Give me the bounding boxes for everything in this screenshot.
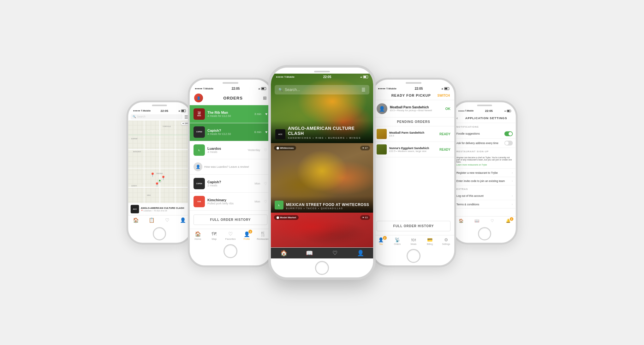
user-avatar-phone2: 👤 <box>194 94 203 102</box>
nav-heart-phone5[interactable]: ♡ <box>485 217 500 225</box>
speaker-phone3 <box>314 71 330 72</box>
nav-settings-phone4[interactable]: ⚙ Settings <box>438 235 454 246</box>
settings-header: ‹ APPLICATION SETTINGS <box>453 113 516 123</box>
phone-map: ●●●●● T-Mobile 22:05 ▲ 🔍 Search ☰ <box>127 100 193 245</box>
back-button[interactable]: ‹ <box>456 116 458 120</box>
nav-home-phone3[interactable]: 🏠 <box>271 248 296 258</box>
mexican-heart: ♥87 <box>360 146 370 150</box>
invite-code-item[interactable]: Enter invite code to join an existing te… <box>453 177 516 185</box>
nav-home-phone1[interactable]: 🏠 <box>128 215 144 225</box>
luardos-time: Yesterday <box>247 148 260 152</box>
nav-fav-phone2[interactable]: ♡ Favorites <box>222 229 239 242</box>
nav-profile-phone3[interactable]: 👤 <box>348 248 373 258</box>
carrier-phone3: ●●●●● T-Mobile <box>276 76 295 78</box>
time-phone1: 22:05 <box>160 109 168 112</box>
nav-list-phone1[interactable]: 📋 <box>144 215 159 225</box>
speaker-phone4 <box>406 82 421 84</box>
map-label-dupont: DUPONT <box>131 138 138 140</box>
model-badge: Model Market <box>274 215 299 220</box>
nav-billing-phone4[interactable]: 💳 Billing <box>422 235 438 246</box>
foodie-toggle[interactable] <box>504 131 513 136</box>
nav-fav-phone1[interactable]: ♡ <box>159 215 175 225</box>
switch-button[interactable]: SWITCH <box>438 94 450 97</box>
pending-name-1: Meatball Parm Sandwhich <box>389 131 424 134</box>
pending-price-1: £9.5 <box>389 134 424 137</box>
nav-bell-phone5[interactable]: 2 🔔 <box>500 217 516 225</box>
orders-menu-icon[interactable]: ⊞ <box>263 95 267 100</box>
foodie-label: Foodie suggestions <box>456 132 480 136</box>
pickup-order-item: 👤 Meatball Parm Sandwhich £9.5 • Ready f… <box>373 100 454 118</box>
carrier-phone2: ●●●●● T-Mobile <box>195 87 213 90</box>
luardos-heart[interactable]: ♡ <box>264 148 267 152</box>
review-avatar: 👤 <box>194 162 202 171</box>
time-phone4: 22:05 <box>415 87 423 90</box>
carrier-phone1: ●●●●● T-Mobile <box>133 110 151 112</box>
nav-heart-phone3[interactable]: ♡ <box>322 248 348 258</box>
icons-phone2: ▲ <box>258 87 266 90</box>
nav-orders-phone4[interactable]: 📡 Orders <box>389 235 406 246</box>
home-button-phone1[interactable] <box>153 227 166 240</box>
ready-btn-2[interactable]: READY <box>439 148 450 151</box>
delivery-toggle[interactable] <box>504 141 513 145</box>
mexican-title: MEXICAN STREET FOOD AT WHITECROSS <box>286 203 369 207</box>
feed-card-mexican[interactable]: Whitecross ♥87 L MEXICAN STREET FOOD AT … <box>271 143 373 213</box>
orders-header: 👤 ORDERS ⊞ <box>190 91 271 105</box>
logout-item[interactable]: Log out of this account › <box>453 192 516 200</box>
capish1-logo: CAPISH <box>194 126 205 138</box>
orders-title: ORDERS <box>203 96 263 100</box>
nav-book-phone3[interactable]: 📖 <box>296 248 322 258</box>
nav-map-phone2[interactable]: 🗺 Map <box>206 229 223 242</box>
order-item-capish1[interactable]: CAPISH Capish? 4 meals for £12.50 6 min … <box>190 123 271 141</box>
search-bar-overlay: 🔍 Search... ☰ <box>271 85 373 94</box>
list-icon-phone3[interactable]: ☰ <box>361 87 366 92</box>
order-item-kimchinary[interactable]: KIM Kimchinary Pulled pork belly ribs Mo… <box>190 193 271 211</box>
settings-row-foodie: Foodie suggestions <box>453 129 516 138</box>
capish1-heart[interactable]: ♥ <box>265 130 267 134</box>
phone-orders: ●●●●● T-Mobile 22:05 ▲ 👤 ORDERS ⊞ THERIB… <box>188 78 273 267</box>
terms-item[interactable]: Terms & conditions › <box>453 200 516 209</box>
ribman-heart[interactable]: ♥ <box>265 112 267 116</box>
order-item-ribman[interactable]: THERIBMAN The Rib Man 4 meals for £12.50… <box>190 105 271 123</box>
nav-meals-phone4[interactable]: 🍽 Meals <box>405 235 422 246</box>
home-button-phone3[interactable] <box>315 261 329 275</box>
order-item-luardos[interactable]: L Luardos 4 meals Yesterday ♡ <box>190 141 271 159</box>
map-card-sub: 📍 Lewisham • Fri-Sun 16 to 20 <box>141 209 184 212</box>
search-placeholder-phone3: Search... <box>285 88 300 92</box>
order-item-capish2[interactable]: CAPISH Capish? 2 meals Mon ♡ <box>190 175 271 193</box>
capish2-name: Capish? <box>207 180 252 184</box>
pin-3: 📍 <box>154 182 159 187</box>
speaker <box>152 105 167 106</box>
nav-profile-phone2[interactable]: 2 👤 Profile <box>239 229 255 242</box>
feed-card-model[interactable]: Model Market ♥63 <box>271 213 373 247</box>
bottom-nav-phone4: 2 👤 You 📡 Orders 🍽 Meals 💳 Billing <box>373 235 454 246</box>
home-button-phone5[interactable] <box>478 227 491 240</box>
capish2-heart[interactable]: ♡ <box>264 181 267 186</box>
kimchinary-heart[interactable]: ♡ <box>264 199 267 204</box>
pickup-title: READY FOR PICKUP <box>391 94 431 97</box>
notifications-label: NOTIFICATIONS <box>453 123 516 129</box>
ribman-info: The Rib Man 4 meals for £12.50 <box>207 111 252 118</box>
capish1-name: Capish? <box>207 129 252 132</box>
home-button-phone2[interactable] <box>224 244 237 258</box>
restaurant-link[interactable]: Learn more restaurants on Trybe <box>456 164 513 166</box>
register-restaurant-item[interactable]: Register a new restaurant to Trybe › <box>453 169 516 177</box>
nav-book-phone5[interactable]: 📖 <box>469 217 485 225</box>
bottom-nav-phone1: 🏠 📋 ♡ 👤 <box>128 215 191 225</box>
phone-settings: ●●●●● T-Mobile 22:05 ▲ ‹ APPLICATION SET… <box>452 100 518 245</box>
map-label-king: KING <box>147 194 151 196</box>
nav-home-phone2[interactable]: 🏠 Home <box>190 229 206 242</box>
pending-img-1 <box>377 129 387 139</box>
capish2-time: Mon <box>254 182 260 185</box>
home-button-phone4[interactable] <box>407 249 420 263</box>
register-label: Register a new restaurant to Trybe <box>456 171 498 174</box>
ok-button[interactable]: OK <box>445 107 451 111</box>
spacer-pickup <box>373 157 454 217</box>
carrier-phone5: ●●●●● T-Mobile <box>458 110 474 112</box>
ready-btn-1[interactable]: READY <box>439 132 450 136</box>
pending-item-2: Nunna's Eggplant Sandwhich £22.5 • Mediu… <box>373 142 454 157</box>
status-bar-phone2: ●●●●● T-Mobile 22:05 ▲ <box>190 85 271 91</box>
full-history-button-phone4[interactable]: FULL ORDER HISTORY <box>377 221 450 231</box>
kimchinary-name: Kimchinary <box>207 198 252 202</box>
full-history-button-phone2[interactable]: FULL ORDER HISTORY <box>194 215 267 225</box>
feed-content: Whitecross ♥87 L MEXICAN STREET FOOD AT … <box>271 143 373 247</box>
